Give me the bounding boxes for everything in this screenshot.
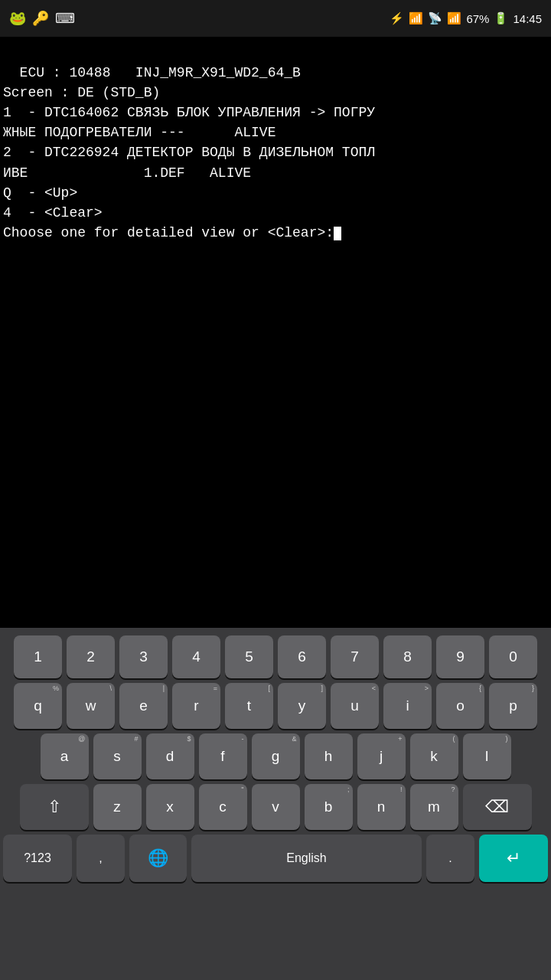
key-f[interactable]: -f (199, 733, 247, 779)
status-right-icons: ⚡ 📶 📡 📶 67% 🔋 14:45 (390, 11, 542, 25)
shift-icon: ⇧ (47, 797, 61, 817)
key-p[interactable]: }p (489, 683, 537, 729)
globe-key[interactable]: 🌐 (129, 835, 187, 882)
wifi-icon: 📡 (428, 11, 442, 25)
battery-charge-icon: ⚡ (390, 11, 404, 25)
key-v[interactable]: v (252, 784, 300, 830)
key-3[interactable]: 3 (119, 635, 168, 678)
key-d[interactable]: $d (146, 733, 194, 779)
key-6[interactable]: 6 (278, 635, 326, 678)
key-y[interactable]: ]y (278, 683, 326, 729)
status-left-icons: 🐸 🔑 ⌨ (9, 10, 75, 27)
keyboard-number-row: 1 2 3 4 5 6 7 8 9 0 (3, 635, 548, 678)
key-z[interactable]: z (93, 784, 142, 830)
backspace-icon: ⌫ (485, 797, 509, 817)
sim-icon: 📶 (447, 11, 461, 25)
space-key[interactable]: English (191, 835, 422, 882)
keyboard-row-asdf: @a #s $d -f &g h +j (k )l (3, 733, 548, 779)
status-bar: 🐸 🔑 ⌨ ⚡ 📶 📡 📶 67% 🔋 14:45 (0, 0, 551, 37)
terminal-cursor (334, 227, 341, 240)
keyboard-icon: ⌨ (55, 10, 75, 27)
key-s[interactable]: #s (93, 733, 142, 779)
key-q[interactable]: %q (14, 683, 62, 729)
keyboard-row-qwerty: %q \w |e =r [t ]y <u >i {o }p (3, 683, 548, 729)
key-l[interactable]: )l (463, 733, 511, 779)
key-0[interactable]: 0 (489, 635, 537, 678)
key-w[interactable]: \w (67, 683, 115, 729)
key-k[interactable]: (k (410, 733, 458, 779)
key-m[interactable]: ?m (410, 784, 458, 830)
period-label: . (448, 851, 452, 865)
space-label: English (286, 851, 326, 865)
num123-label: ?123 (24, 851, 51, 865)
shift-key[interactable]: ⇧ (20, 784, 89, 830)
key-icon: 🔑 (32, 10, 49, 27)
key-e[interactable]: |e (119, 683, 168, 729)
key-j[interactable]: +j (357, 733, 406, 779)
battery-percent: 67% (466, 12, 489, 25)
key-r[interactable]: =r (172, 683, 220, 729)
keyboard-bottom-row: ?123 , 🌐 English . ↵ (3, 835, 548, 882)
key-i[interactable]: >i (383, 683, 432, 729)
enter-key[interactable]: ↵ (479, 835, 548, 882)
key-9[interactable]: 9 (436, 635, 484, 678)
key-a[interactable]: @a (41, 733, 89, 779)
key-t[interactable]: [t (225, 683, 273, 729)
key-o[interactable]: {o (436, 683, 484, 729)
key-x[interactable]: x (146, 784, 194, 830)
period-key[interactable]: . (426, 835, 474, 882)
key-7[interactable]: 7 (331, 635, 379, 678)
comma-label: , (99, 851, 102, 865)
key-5[interactable]: 5 (225, 635, 273, 678)
battery-icon: 🔋 (494, 11, 508, 25)
key-c[interactable]: "c (199, 784, 247, 830)
key-8[interactable]: 8 (383, 635, 432, 678)
key-4[interactable]: 4 (172, 635, 220, 678)
backspace-key[interactable]: ⌫ (463, 784, 532, 830)
frog-icon: 🐸 (9, 10, 26, 27)
key-u[interactable]: <u (331, 683, 379, 729)
key-b[interactable]: ;b (305, 784, 353, 830)
keyboard: 1 2 3 4 5 6 7 8 9 0 %q \w |e =r [t ]y <u… (0, 628, 551, 980)
terminal-line-1: ECU : 10488 INJ_M9R_X91_WD2_64_B Screen … (3, 65, 375, 240)
key-g[interactable]: &g (252, 733, 300, 779)
signal-icon: 📶 (409, 11, 423, 25)
key-1[interactable]: 1 (14, 635, 62, 678)
key-2[interactable]: 2 (67, 635, 115, 678)
enter-icon: ↵ (507, 848, 520, 868)
time: 14:45 (513, 12, 542, 25)
key-n[interactable]: !n (357, 784, 406, 830)
comma-key[interactable]: , (77, 835, 125, 882)
key-h[interactable]: h (305, 733, 353, 779)
num123-key[interactable]: ?123 (3, 835, 72, 882)
terminal-screen[interactable]: ECU : 10488 INJ_M9R_X91_WD2_64_B Screen … (0, 37, 551, 628)
keyboard-row-zxcv: ⇧ z x "c v ;b !n ?m ⌫ (3, 784, 548, 830)
globe-icon: 🌐 (148, 848, 168, 868)
